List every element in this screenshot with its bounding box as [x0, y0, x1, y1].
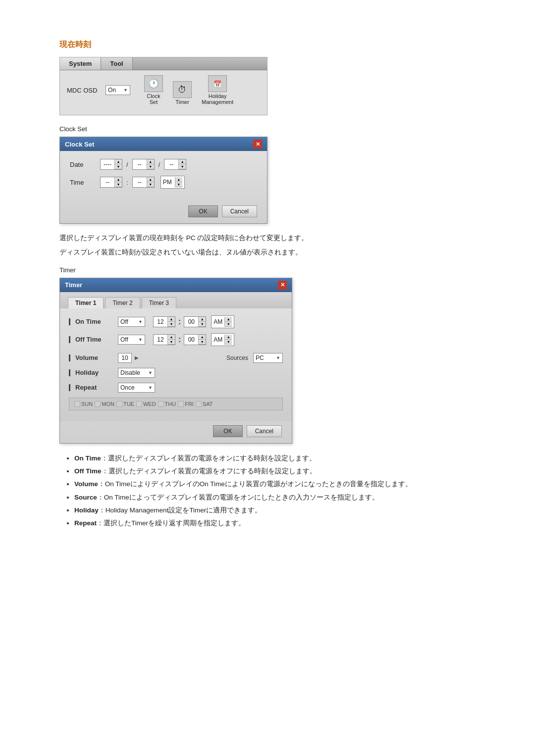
on-hour-down[interactable]: ▼: [168, 322, 175, 327]
mdc-icons: 🕐 Clock Set ⏱ Timer 📅 Holiday Management: [144, 75, 233, 105]
mdc-osd-select[interactable]: On ▼: [106, 85, 130, 95]
date-spin-2-down[interactable]: ▼: [147, 164, 154, 169]
bullet-repeat-key: Repeat: [74, 519, 97, 527]
repeat-select[interactable]: Once ▼: [118, 383, 155, 393]
bullet-off-time-text: 選択したディスプレイ装置の電源をオフにする時刻を設定します。: [108, 467, 317, 475]
on-time-select[interactable]: Off ▼: [118, 317, 145, 327]
holiday-label: Holiday: [75, 369, 115, 376]
bullet-repeat: Repeat：選択したTimerを繰り返す周期を指定します。: [74, 517, 476, 529]
time-spin-2-down[interactable]: ▼: [147, 182, 154, 187]
tab-tool[interactable]: Tool: [101, 57, 132, 70]
holiday-arrow: ▼: [148, 370, 153, 375]
day-fri[interactable]: FRI: [178, 401, 194, 407]
timer-ok-button[interactable]: OK: [213, 425, 242, 437]
time-label: Time: [70, 179, 97, 186]
holiday-icon: 📅: [208, 75, 227, 92]
date-val-2: --: [133, 160, 147, 169]
time-spin-1[interactable]: -- ▲ ▼: [100, 177, 122, 188]
date-spin-1-up[interactable]: ▲: [115, 159, 122, 164]
clock-dialog-close[interactable]: ✕: [253, 140, 262, 149]
ampm-up[interactable]: ▲: [175, 177, 182, 182]
day-mon[interactable]: MON: [95, 401, 114, 407]
fri-checkbox[interactable]: [178, 401, 184, 407]
holiday-icon-item[interactable]: 📅 Holiday Management: [202, 75, 233, 105]
on-time-min-spin[interactable]: 00 ▲ ▼: [184, 316, 206, 327]
thu-label: THU: [165, 401, 176, 407]
wed-checkbox[interactable]: [136, 401, 142, 407]
thu-checkbox[interactable]: [158, 401, 164, 407]
off-min-up[interactable]: ▲: [199, 335, 206, 340]
off-time-hour-spin[interactable]: 12 ▲ ▼: [153, 334, 175, 345]
date-spin-2[interactable]: -- ▲ ▼: [132, 159, 155, 170]
vbar-volume: [69, 354, 70, 361]
date-spin-3-up[interactable]: ▲: [179, 159, 186, 164]
off-ampm-select[interactable]: AM ▲ ▼: [211, 333, 234, 346]
off-hour-down[interactable]: ▼: [168, 340, 175, 345]
time-spin-2[interactable]: -- ▲ ▼: [132, 177, 155, 188]
timer-tab-1[interactable]: Timer 1: [68, 297, 104, 308]
bullet-holiday-key: Holiday: [74, 506, 99, 514]
clock-ok-button[interactable]: OK: [188, 205, 217, 217]
mon-checkbox[interactable]: [95, 401, 101, 407]
timer-section-label: Timer: [59, 266, 476, 274]
off-time-min: 00: [184, 335, 198, 344]
on-min-up[interactable]: ▲: [199, 317, 206, 322]
time-spin-2-up[interactable]: ▲: [147, 177, 154, 182]
off-ampm-down[interactable]: ▼: [225, 340, 232, 345]
sat-checkbox[interactable]: [196, 401, 202, 407]
on-min-down[interactable]: ▼: [199, 322, 206, 327]
holiday-row: Holiday Disable ▼: [69, 368, 283, 378]
off-min-down[interactable]: ▼: [199, 340, 206, 345]
bullet-holiday: Holiday：Holiday Management設定をTimerに適用できま…: [74, 504, 476, 516]
clock-set-icon-item[interactable]: 🕐 Clock Set: [144, 75, 163, 105]
day-tue[interactable]: TUE: [116, 401, 134, 407]
timer-dialog-close[interactable]: ✕: [278, 281, 287, 290]
on-time-hour-spin[interactable]: 12 ▲ ▼: [153, 316, 175, 327]
bullet-source-sep: ：: [97, 494, 104, 501]
tue-checkbox[interactable]: [116, 401, 122, 407]
day-thu[interactable]: THU: [158, 401, 176, 407]
ampm-down[interactable]: ▼: [175, 182, 182, 187]
on-ampm-down[interactable]: ▼: [225, 322, 232, 327]
time-sep: :: [125, 179, 129, 186]
on-ampm-select[interactable]: AM ▲ ▼: [211, 315, 234, 328]
holiday-select[interactable]: Disable ▼: [118, 368, 155, 378]
sources-select[interactable]: PC ▼: [253, 353, 283, 363]
bullet-off-time-key: Off Time: [74, 467, 102, 475]
mdc-titlebar: System Tool: [60, 57, 267, 70]
tab-system[interactable]: System: [60, 57, 101, 70]
timer-tab-2[interactable]: Timer 2: [105, 297, 140, 308]
off-ampm-up[interactable]: ▲: [225, 335, 232, 340]
date-spin-1-down[interactable]: ▼: [115, 164, 122, 169]
off-ampm-value: AM: [214, 336, 222, 343]
ampm-select[interactable]: PM ▲ ▼: [160, 176, 185, 189]
time-spin-1-up[interactable]: ▲: [115, 177, 122, 182]
timer-icon-item[interactable]: ⏱ Timer: [173, 81, 192, 105]
date-spin-3[interactable]: -- ▲ ▼: [164, 159, 186, 170]
volume-label: Volume: [75, 354, 115, 361]
day-sat[interactable]: SAT: [196, 401, 213, 407]
on-hour-up[interactable]: ▲: [168, 317, 175, 322]
on-ampm-up[interactable]: ▲: [225, 317, 232, 322]
sun-checkbox[interactable]: [74, 401, 80, 407]
off-time-select[interactable]: Off ▼: [118, 335, 145, 345]
date-spin-3-down[interactable]: ▼: [179, 164, 186, 169]
off-hour-up[interactable]: ▲: [168, 335, 175, 340]
bullet-on-time: On Time：選択したディスプレイ装置の電源をオンにする時刻を設定します。: [74, 453, 476, 464]
volume-arrow[interactable]: ▶: [135, 355, 139, 360]
timer-tab-3[interactable]: Timer 3: [142, 297, 176, 308]
clock-cancel-button[interactable]: Cancel: [222, 205, 257, 217]
day-sun[interactable]: SUN: [74, 401, 93, 407]
days-row: SUN MON TUE WED THU FRI: [69, 398, 283, 410]
date-spin-2-up[interactable]: ▲: [147, 159, 154, 164]
holiday-value: Disable: [120, 369, 140, 376]
repeat-row: Repeat Once ▼: [69, 383, 283, 393]
timer-cancel-button[interactable]: Cancel: [247, 425, 282, 437]
time-spin-1-down[interactable]: ▼: [115, 182, 122, 187]
day-wed[interactable]: WED: [136, 401, 156, 407]
off-time-value: Off: [120, 336, 128, 343]
off-time-min-spin[interactable]: 00 ▲ ▼: [184, 334, 206, 345]
on-time-arrow: ▼: [138, 319, 143, 324]
timer-icon: ⏱: [173, 81, 192, 98]
date-spin-1[interactable]: ---- ▲ ▼: [100, 159, 122, 170]
